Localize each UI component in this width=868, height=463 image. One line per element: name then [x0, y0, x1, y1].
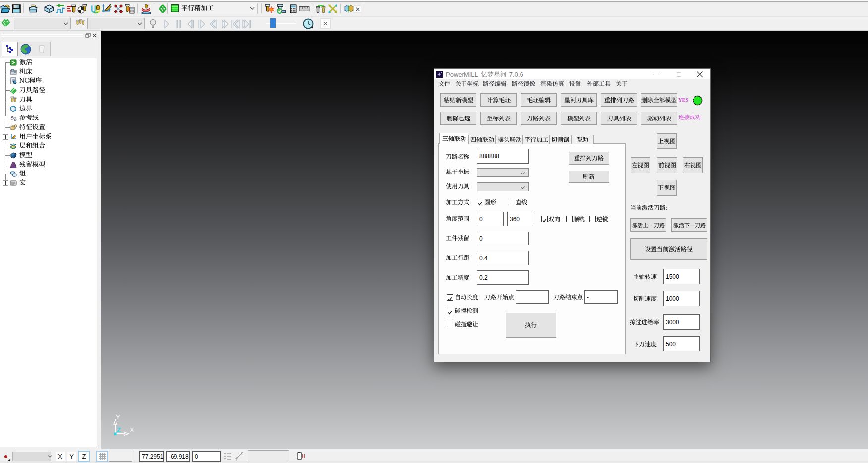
- svg-text:Z: Z: [117, 426, 121, 434]
- svg-text:Y: Y: [116, 413, 120, 421]
- svg-text:X: X: [130, 426, 134, 434]
